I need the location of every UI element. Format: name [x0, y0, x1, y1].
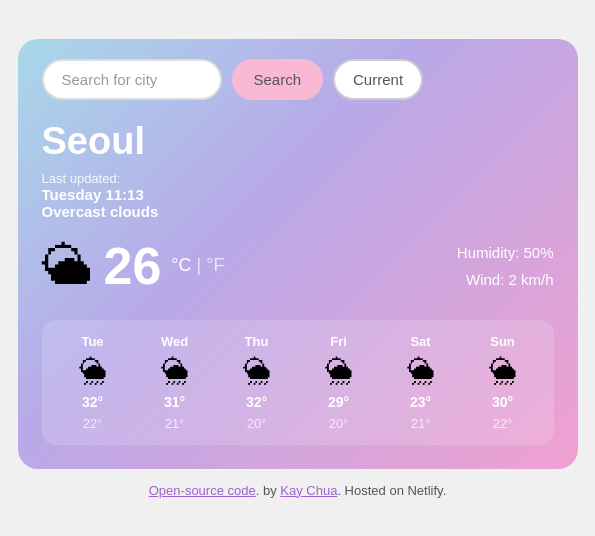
forecast-weather-icon: 🌦 [407, 355, 435, 388]
forecast-weather-icon: 🌦 [243, 355, 271, 388]
weather-stats: Humidity: 50% Wind: 2 km/h [457, 239, 554, 293]
forecast-weather-icon: 🌦 [325, 355, 353, 388]
unit-separator: | [192, 255, 207, 275]
weather-description: Overcast clouds [42, 203, 554, 220]
last-updated-value: Tuesday 11:13 [42, 186, 554, 203]
forecast-high-temp: 29° [328, 394, 349, 410]
city-name: Seoul [42, 120, 554, 163]
temperature-section: 🌥 26 °C | °F [42, 236, 225, 296]
forecast-high-temp: 30° [492, 394, 513, 410]
footer: Open-source code. by Kay Chua. Hosted on… [149, 483, 447, 498]
forecast-day-label: Sat [410, 334, 430, 349]
temperature-units: °C | °F [171, 255, 224, 276]
forecast-high-temp: 31° [164, 394, 185, 410]
search-row: Search Current [42, 59, 554, 100]
forecast-low-temp: 21° [411, 416, 431, 431]
open-source-link[interactable]: Open-source code [149, 483, 256, 498]
humidity-stat: Humidity: 50% [457, 239, 554, 266]
main-weather-icon: 🌥 [42, 236, 94, 296]
search-button[interactable]: Search [232, 59, 324, 100]
unit-celsius[interactable]: °C [171, 255, 191, 275]
unit-fahrenheit[interactable]: °F [206, 255, 224, 275]
temperature-display: 26 [104, 236, 162, 296]
wind-stat: Wind: 2 km/h [457, 266, 554, 293]
weather-card: Search Current Seoul Last updated: Tuesd… [18, 39, 578, 469]
current-weather-section: 🌥 26 °C | °F Humidity: 50% Wind: 2 km/h [42, 236, 554, 296]
forecast-high-temp: 23° [410, 394, 431, 410]
forecast-weather-icon: 🌦 [489, 355, 517, 388]
forecast-low-temp: 20° [329, 416, 349, 431]
forecast-day: Fri 🌦 29° 20° [298, 334, 380, 431]
last-updated-label: Last updated: [42, 171, 554, 186]
search-input[interactable] [42, 59, 222, 100]
forecast-section: Tue 🌦 32° 22° Wed 🌦 31° 21° Thu 🌦 32° 20… [42, 320, 554, 445]
forecast-low-temp: 22° [83, 416, 103, 431]
forecast-weather-icon: 🌦 [161, 355, 189, 388]
forecast-low-temp: 20° [247, 416, 267, 431]
forecast-day: Wed 🌦 31° 21° [134, 334, 216, 431]
forecast-day: Sun 🌦 30° 22° [462, 334, 544, 431]
forecast-high-temp: 32° [82, 394, 103, 410]
forecast-weather-icon: 🌦 [79, 355, 107, 388]
forecast-day-label: Fri [330, 334, 347, 349]
forecast-day-label: Thu [245, 334, 269, 349]
forecast-high-temp: 32° [246, 394, 267, 410]
forecast-day-label: Sun [490, 334, 515, 349]
footer-hosted: . Hosted on Netlify. [337, 483, 446, 498]
forecast-day: Tue 🌦 32° 22° [52, 334, 134, 431]
current-button[interactable]: Current [333, 59, 423, 100]
forecast-day-label: Wed [161, 334, 188, 349]
footer-text-by: . by [256, 483, 281, 498]
forecast-day: Sat 🌦 23° 21° [380, 334, 462, 431]
forecast-day: Thu 🌦 32° 20° [216, 334, 298, 431]
forecast-low-temp: 21° [165, 416, 185, 431]
forecast-day-label: Tue [81, 334, 103, 349]
forecast-low-temp: 22° [493, 416, 513, 431]
author-link[interactable]: Kay Chua [280, 483, 337, 498]
